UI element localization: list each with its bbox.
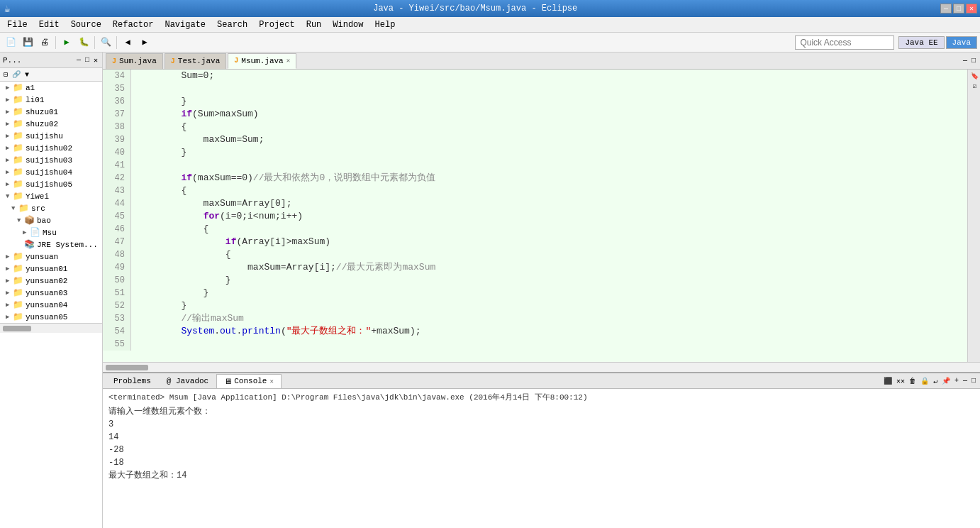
tree-item-suijishu04[interactable]: ▶ 📁 suijishu04 (0, 166, 102, 178)
line-code[interactable]: maxSum=Sum; (131, 133, 264, 146)
line-code[interactable]: if(maxSum==0)//最大和依然为0，说明数组中元素都为负值 (131, 172, 435, 185)
bookmark-button[interactable]: 🔖 (970, 71, 979, 80)
tree-item-a1[interactable]: ▶ 📁 a1 (0, 82, 102, 94)
menu-item-file[interactable]: File (1, 18, 33, 31)
sidebar-h-scroll[interactable] (0, 323, 102, 333)
line-code[interactable]: } (131, 287, 208, 299)
tree-item-yunsuan01[interactable]: ▶ 📁 yunsuan01 (0, 263, 102, 275)
menu-item-project[interactable]: Project (253, 18, 300, 31)
close-button[interactable]: ✕ (966, 4, 977, 13)
tree-item-shuzu02[interactable]: ▶ 📁 shuzu02 (0, 118, 102, 130)
tree-item-yunsuan05[interactable]: ▶ 📁 yunsuan05 (0, 311, 102, 323)
tree-item-yiwei[interactable]: ▼ 📁 Yiwei (0, 190, 102, 202)
word-wrap-button[interactable]: ↵ (932, 377, 939, 385)
menu-item-refactor[interactable]: Refactor (107, 18, 160, 31)
line-code[interactable]: for(i=0;i<num;i++) (131, 210, 303, 223)
problems-tab[interactable]: Problems (106, 374, 159, 388)
editor-tab-Testjava[interactable]: J Test.java (165, 53, 226, 69)
sidebar-menu-button[interactable]: ▼ (23, 70, 31, 79)
horizontal-scrollbar[interactable] (103, 362, 980, 372)
scroll-lock-button[interactable]: 🔒 (919, 377, 930, 385)
minimize-button[interactable]: — (940, 4, 952, 13)
javadoc-tab[interactable]: @ Javadoc (159, 374, 216, 388)
new-button[interactable]: 📄 (3, 35, 18, 50)
line-code[interactable]: //输出maxSum (131, 312, 244, 325)
tree-item-jresystem[interactable]: 📚 JRE System... (0, 238, 102, 251)
line-code[interactable]: { (131, 248, 231, 261)
menu-item-edit[interactable]: Edit (33, 18, 65, 31)
pin-console-button[interactable]: 📌 (940, 377, 952, 385)
tab-minimize-button[interactable]: — (962, 57, 969, 65)
clear-console-button[interactable]: 🗑 (908, 377, 918, 385)
line-code[interactable]: { (131, 185, 186, 197)
line-code[interactable]: if(Array[i]>maxSum) (131, 236, 330, 248)
tree-item-suijishu05[interactable]: ▶ 📁 suijishu05 (0, 178, 102, 190)
line-code[interactable]: } (131, 146, 186, 159)
save-button[interactable]: 💾 (20, 35, 35, 50)
line-code[interactable]: { (131, 223, 208, 236)
task-button[interactable]: ☑ (970, 82, 979, 90)
run-button[interactable]: ▶ (59, 35, 74, 50)
line-code[interactable]: Sum=0; (131, 70, 214, 82)
line-code[interactable] (131, 159, 137, 172)
sidebar-minimize-button[interactable]: — (75, 56, 82, 65)
console-line: 请输入一维数组元素个数： (108, 405, 974, 418)
editor-tab-Msumjava[interactable]: J Msum.java✕ (228, 53, 296, 69)
print-button[interactable]: 🖨 (37, 35, 52, 50)
sidebar-link-button[interactable]: 🔗 (10, 70, 23, 79)
line-code[interactable]: if(Sum>maxSum) (131, 108, 259, 121)
tree-item-bao[interactable]: ▼ 📦 bao (0, 214, 102, 226)
sidebar-collapse-all-button[interactable]: ⊟ (1, 70, 10, 79)
h-scroll-thumb[interactable] (106, 365, 148, 370)
sidebar-h-scroll-thumb[interactable] (3, 326, 31, 331)
remove-terminated-button[interactable]: ✕✕ (895, 377, 906, 385)
maximize-button[interactable]: □ (953, 4, 964, 13)
tab-close-button[interactable]: ✕ (286, 57, 290, 65)
console-minimize-button[interactable]: — (962, 377, 969, 385)
tree-item-suijishu[interactable]: ▶ 📁 suijishu (0, 130, 102, 142)
line-code[interactable] (131, 338, 137, 351)
tree-arrow: ▼ (6, 193, 13, 200)
menu-item-window[interactable]: Window (327, 18, 369, 31)
line-code[interactable]: maxSum=Array[i];//最大元素即为maxSum (131, 261, 435, 274)
console-tab[interactable]: 🖥 Console ✕ (216, 374, 282, 388)
line-code[interactable]: System.out.println("最大子数组之和："+maxSum); (131, 325, 421, 338)
back-button[interactable]: ◀ (120, 35, 135, 50)
tree-item-shuzu01[interactable]: ▶ 📁 shuzu01 (0, 106, 102, 118)
line-code[interactable]: maxSum=Array[0]; (131, 197, 291, 210)
tree-item-yunsuan03[interactable]: ▶ 📁 yunsuan03 (0, 287, 102, 299)
java-ee-perspective-button[interactable]: Java EE (898, 36, 944, 49)
sidebar-maximize-button[interactable]: □ (84, 56, 91, 65)
terminate-button[interactable]: ⬛ (882, 377, 893, 385)
tree-item-li01[interactable]: ▶ 📁 li01 (0, 94, 102, 106)
forward-button[interactable]: ▶ (137, 35, 152, 50)
tree-item-suijishu03[interactable]: ▶ 📁 suijishu03 (0, 154, 102, 166)
menu-item-run[interactable]: Run (301, 18, 328, 31)
console-tab-close[interactable]: ✕ (269, 378, 273, 385)
tree-item-src[interactable]: ▼ 📁 src (0, 202, 102, 214)
menu-item-navigate[interactable]: Navigate (159, 18, 211, 31)
quick-access-input[interactable] (795, 35, 894, 50)
tree-item-yunsuan04[interactable]: ▶ 📁 yunsuan04 (0, 299, 102, 311)
menu-item-search[interactable]: Search (211, 18, 253, 31)
console-maximize-button[interactable]: □ (970, 377, 977, 385)
sidebar-close-button[interactable]: ✕ (92, 56, 99, 65)
tab-maximize-button[interactable]: □ (970, 57, 977, 65)
code-editor[interactable]: 34 Sum=0;3536 }37 if(Sum>maxSum)38 {39 m… (103, 70, 967, 362)
tree-item-yunsuan[interactable]: ▶ 📁 yunsuan (0, 251, 102, 263)
line-code[interactable] (131, 82, 137, 95)
menu-item-help[interactable]: Help (369, 18, 401, 31)
menu-item-source[interactable]: Source (65, 18, 107, 31)
line-code[interactable]: { (131, 121, 186, 133)
tree-item-msu[interactable]: ▶ 📄 Msu (0, 226, 102, 238)
line-code[interactable]: } (131, 299, 186, 312)
editor-tab-Sumjava[interactable]: J Sum.java (106, 53, 163, 69)
java-perspective-button[interactable]: Java (946, 36, 977, 49)
tree-item-yunsuan02[interactable]: ▶ 📁 yunsuan02 (0, 275, 102, 287)
tree-item-suijishu02[interactable]: ▶ 📁 suijishu02 (0, 142, 102, 154)
debug-button[interactable]: 🐛 (76, 35, 91, 50)
line-code[interactable]: } (131, 274, 231, 287)
new-console-button[interactable]: + (953, 377, 960, 385)
line-code[interactable]: } (131, 95, 186, 108)
search-toolbar-button[interactable]: 🔍 (98, 35, 113, 50)
